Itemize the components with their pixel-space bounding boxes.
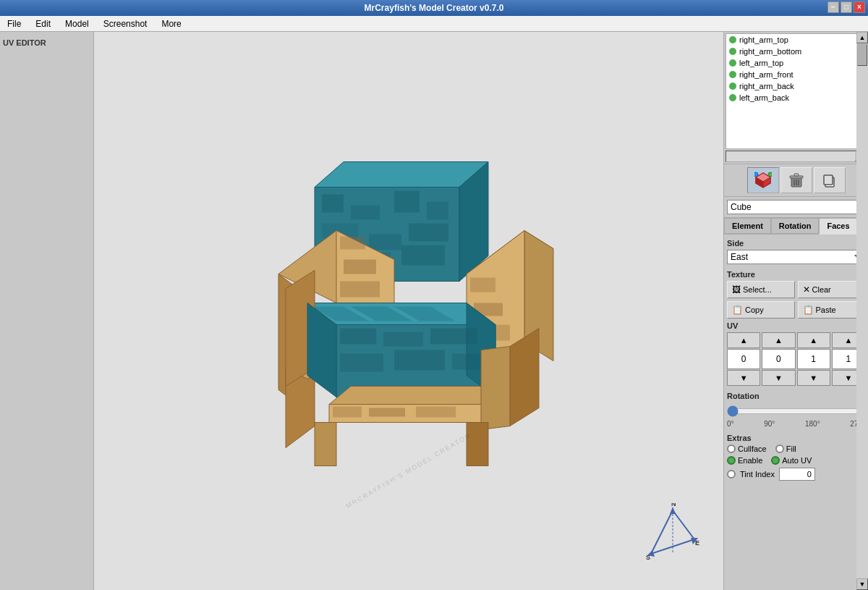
tab-faces[interactable]: Faces — [819, 218, 857, 235]
delete-button[interactable] — [780, 167, 812, 193]
uv-val-1[interactable] — [762, 349, 795, 369]
svg-rect-37 — [340, 353, 383, 371]
texture-row-1: 🖼 Select... ✕ Clear — [727, 281, 865, 298]
auto-uv-radio[interactable] — [771, 456, 780, 465]
list-item[interactable]: left_arm_back — [726, 92, 866, 104]
svg-rect-51 — [467, 422, 488, 465]
title-bar: MrCrayfish's Model Creator v0.7.0 − □ × — [0, 0, 868, 16]
tint-index-row: Tint Index — [727, 468, 865, 481]
rotation-slider[interactable] — [727, 405, 865, 417]
rotation-180-label: 180° — [805, 420, 820, 428]
svg-rect-3 — [322, 194, 344, 212]
side-dropdown[interactable]: North South East West Up Down — [727, 250, 865, 264]
parts-scroll-area[interactable]: right_arm_top right_arm_bottom left_arm_… — [726, 33, 867, 149]
auto-uv-item: Auto UV — [771, 456, 812, 465]
fill-radio[interactable] — [775, 444, 784, 453]
menu-edit[interactable]: Edit — [31, 17, 55, 30]
svg-rect-35 — [383, 332, 423, 346]
menu-screenshot[interactable]: Screenshot — [99, 17, 152, 30]
tint-radio[interactable] — [727, 470, 736, 479]
list-item[interactable]: right_arm_bottom — [726, 46, 866, 57]
uv-editor-label: UV EDITOR — [3, 38, 46, 47]
svg-rect-24 — [344, 259, 376, 274]
cullface-radio[interactable] — [727, 444, 736, 453]
close-button[interactable]: × — [854, 1, 865, 13]
uv-up-1[interactable]: ▲ — [762, 332, 795, 348]
window-controls: − □ × — [827, 1, 865, 13]
right-panel: right_arm_top right_arm_bottom left_arm_… — [723, 32, 868, 590]
fill-label: Fill — [786, 444, 796, 453]
svg-rect-12 — [401, 245, 445, 265]
menu-file[interactable]: File — [3, 17, 25, 30]
uv-up-0[interactable]: ▲ — [727, 332, 760, 348]
uv-down-1[interactable]: ▼ — [762, 370, 795, 386]
uv-val-0[interactable] — [727, 349, 760, 369]
element-name-input[interactable] — [727, 200, 865, 214]
svg-point-68 — [768, 172, 772, 177]
add-cube-button[interactable] — [747, 167, 779, 193]
part-indicator — [729, 71, 736, 78]
menu-model[interactable]: Model — [61, 17, 93, 30]
copy-tex-icon: 📋 — [732, 305, 743, 315]
part-indicator — [729, 59, 736, 67]
svg-rect-6 — [427, 201, 448, 219]
uv-down-2[interactable]: ▼ — [797, 370, 830, 386]
scroll-down-btn[interactable]: ▼ — [856, 578, 868, 590]
svg-rect-36 — [430, 328, 477, 344]
svg-rect-16 — [470, 277, 495, 292]
svg-marker-58 — [670, 507, 676, 514]
image-icon: 🖼 — [732, 285, 741, 295]
svg-rect-45 — [416, 406, 456, 417]
scroll-thumb[interactable] — [857, 44, 867, 66]
rotation-90-label: 90° — [764, 420, 775, 428]
clear-texture-button[interactable]: ✕ Clear — [798, 281, 866, 298]
texture-label: Texture — [727, 270, 865, 279]
part-indicator — [729, 48, 736, 55]
uv-label: UV — [727, 321, 865, 330]
svg-text:N: N — [671, 503, 676, 507]
copy-texture-button[interactable]: 📋 Copy — [727, 301, 795, 319]
svg-line-55 — [673, 510, 694, 539]
scroll-up-btn[interactable]: ▲ — [856, 32, 868, 43]
svg-rect-38 — [394, 350, 445, 370]
cullface-item: Cullface — [727, 444, 767, 453]
compass: N S E — [644, 503, 702, 561]
list-item[interactable]: right_arm_back — [726, 80, 866, 92]
uv-val-2[interactable] — [797, 349, 830, 369]
extras-row-1: Cullface Fill — [727, 444, 865, 453]
minimize-button[interactable]: − — [827, 1, 839, 13]
tint-index-label: Tint Index — [740, 470, 775, 479]
copy-element-button[interactable] — [814, 167, 846, 193]
svg-text:S: S — [646, 554, 650, 561]
right-scrollbar[interactable]: ▲ ▼ — [856, 32, 868, 590]
tab-element[interactable]: Element — [724, 218, 771, 233]
svg-rect-50 — [315, 422, 336, 465]
uv-up-2[interactable]: ▲ — [797, 332, 830, 348]
copy-icon — [822, 172, 838, 188]
uv-value-row — [727, 349, 865, 369]
texture-row-2: 📋 Copy 📋 Paste — [727, 301, 865, 319]
rotation-label: Rotation — [727, 392, 865, 400]
cube-icon — [754, 172, 772, 189]
paste-texture-button[interactable]: 📋 Paste — [798, 301, 866, 319]
select-texture-button[interactable]: 🖼 Select... — [727, 281, 795, 298]
auto-uv-label: Auto UV — [782, 456, 812, 465]
side-dropdown-row: North South East West Up Down — [727, 250, 865, 264]
canvas-area: MRCRAYFISH'S MODEL CREATOR N S E — [94, 32, 723, 590]
maximize-button[interactable]: □ — [841, 1, 852, 13]
tab-rotation[interactable]: Rotation — [771, 218, 820, 233]
uv-up-buttons: ▲ ▲ ▲ ▲ — [727, 332, 865, 348]
list-item[interactable]: right_arm_front — [726, 69, 866, 80]
model-viewport[interactable] — [199, 122, 618, 500]
uv-section: UV ▲ ▲ ▲ ▲ ▼ ▼ ▼ ▼ — [727, 321, 865, 386]
svg-rect-25 — [340, 281, 380, 297]
tint-index-input[interactable] — [779, 468, 815, 481]
menu-more[interactable]: More — [157, 17, 185, 30]
svg-rect-9 — [409, 223, 448, 241]
uv-down-0[interactable]: ▼ — [727, 370, 760, 386]
list-item[interactable]: left_arm_top — [726, 57, 866, 69]
canvas-background: MRCRAYFISH'S MODEL CREATOR N S E — [94, 32, 723, 590]
list-item[interactable]: right_arm_top — [726, 34, 866, 46]
enable-radio[interactable] — [727, 456, 736, 465]
clear-icon: ✕ — [803, 285, 810, 295]
